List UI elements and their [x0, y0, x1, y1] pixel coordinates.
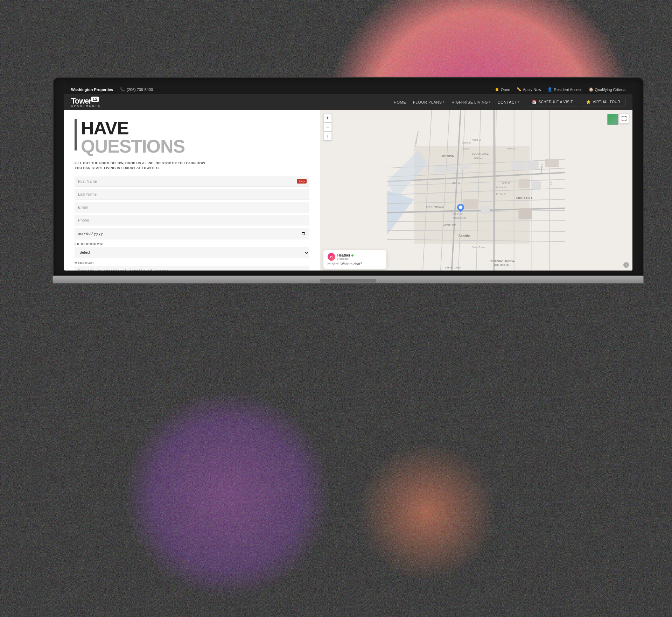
svg-rect-53	[518, 179, 530, 188]
screen-content: Washington Properties 📞 (206) 709-5400 O…	[64, 85, 632, 271]
message-textarea[interactable]	[75, 266, 309, 271]
status-dot	[496, 88, 498, 91]
svg-rect-57	[481, 206, 489, 214]
chat-agent-name: Heather	[337, 253, 354, 257]
chat-online-dot	[351, 254, 354, 257]
svg-text:INTERNATIONAL: INTERNATIONAL	[490, 259, 515, 262]
email-group	[75, 202, 309, 212]
bg-blob-purple	[122, 390, 332, 600]
apply-now-link[interactable]: ✏️ Apply Now	[517, 87, 541, 92]
svg-rect-49	[461, 164, 469, 169]
resident-icon: 👤	[547, 87, 552, 92]
svg-text:Market Area: Market Area	[453, 217, 466, 219]
star-icon: ⭐	[586, 100, 591, 104]
chat-widget[interactable]: H Heather Resident re here. Want to chat…	[323, 250, 386, 269]
chat-header: H Heather Resident	[328, 253, 382, 261]
phone-wrapper: 📞 (206) 709-5400	[120, 87, 153, 92]
svg-text:E J...: E J...	[549, 182, 552, 187]
heading-have: HAVE	[81, 119, 185, 137]
svg-text:E Pine St: E Pine St	[496, 186, 506, 189]
phone-number: (206) 709-5400	[127, 87, 153, 92]
message-group: MESSAGE:	[75, 261, 309, 271]
svg-text:WESTLGE: WESTLGE	[443, 224, 456, 227]
bedroom-label: ED BEDROOMS:	[75, 242, 309, 246]
chat-info: Heather Resident	[337, 253, 354, 260]
map-zoom-out-button[interactable]: −	[323, 123, 332, 131]
svg-rect-47	[434, 166, 445, 173]
resident-access-link[interactable]: 👤 Resident Access	[547, 87, 582, 92]
virtual-tour-button[interactable]: ⭐ VIRTUAL TOUR	[581, 98, 625, 106]
svg-text:Ward St: Ward St	[462, 141, 471, 144]
heading-questions: QUESTIONS	[81, 137, 185, 155]
svg-text:John St: John St	[451, 182, 460, 184]
svg-text:SOUTH LAKE: SOUTH LAKE	[472, 152, 489, 155]
nav-high-rise[interactable]: HIGH-RISE LIVING ▾	[451, 100, 490, 104]
nav-contact[interactable]: CONTACT ▾	[498, 100, 520, 104]
svg-rect-2	[414, 146, 530, 244]
contact-chevron: ▾	[518, 100, 520, 104]
phone-input[interactable]	[75, 215, 309, 225]
svg-text:Roy St: Roy St	[463, 147, 470, 150]
email-input[interactable]	[75, 202, 309, 212]
floor-plans-chevron: ▾	[443, 100, 445, 104]
svg-rect-55	[518, 208, 532, 219]
open-status: Open	[496, 87, 510, 92]
first-name-group: REQ	[75, 176, 309, 187]
map-compass-button[interactable]: ↑	[323, 132, 332, 140]
svg-text:Smith Tower: Smith Tower	[472, 246, 485, 248]
map-fullscreen-button[interactable]	[619, 114, 629, 124]
chat-agent-role: Resident	[337, 257, 354, 260]
svg-text:John St: John St	[502, 182, 510, 184]
bedroom-group: ED BEDROOMS: Select Studio 1 Bedroom 2 B…	[75, 242, 309, 258]
high-rise-chevron: ▾	[489, 100, 491, 104]
svg-rect-52	[545, 159, 559, 167]
svg-text:BELLTOWN: BELLTOWN	[426, 205, 444, 209]
logo-number: 12	[91, 97, 98, 102]
required-badge: REQ	[297, 179, 306, 184]
map-thumbnail	[607, 114, 618, 125]
svg-text:UPTOWN: UPTOWN	[441, 154, 454, 158]
top-bar: Washington Properties 📞 (206) 709-5400 O…	[64, 85, 632, 94]
page-heading: HAVE QUESTIONS	[75, 119, 309, 155]
laptop-hinge	[320, 279, 376, 283]
last-name-input[interactable]	[75, 189, 309, 199]
subheading: FILL OUT THE FORM BELOW, DROP US A LINE,…	[75, 161, 309, 171]
date-input[interactable]	[75, 228, 309, 239]
contact-form: REQ	[75, 176, 309, 271]
svg-rect-48	[447, 166, 456, 173]
laptop-screen-bezel: Washington Properties 📞 (206) 709-5400 O…	[52, 77, 644, 276]
phone-group	[75, 215, 309, 225]
bedroom-select[interactable]: Select Studio 1 Bedroom 2 Bedrooms 3 Bed…	[75, 247, 309, 258]
svg-text:Alpha St: Alpha St	[472, 139, 481, 141]
svg-rect-51	[527, 161, 539, 169]
top-bar-right: Open ✏️ Apply Now 👤 Resident Access 🏠 Qu…	[496, 87, 625, 92]
svg-text:CHINATOWN: CHINATOWN	[445, 266, 461, 269]
map-info-button[interactable]: i	[623, 262, 629, 268]
svg-text:Pike Place: Pike Place	[451, 213, 463, 215]
svg-rect-56	[463, 199, 478, 209]
svg-rect-50	[512, 161, 525, 170]
laptop-base	[52, 276, 644, 283]
navbar: Tower 12 APARTMENTS HOME FLOOR PLANS ▾	[64, 94, 632, 110]
apply-icon: ✏️	[517, 87, 522, 92]
logo-subtitle: APARTMENTS	[71, 104, 101, 107]
nav-floor-plans[interactable]: FLOOR PLANS ▾	[413, 100, 444, 104]
svg-text:E Thomas: E Thomas	[540, 164, 543, 174]
svg-text:FIRST HILL: FIRST HILL	[516, 196, 533, 200]
contact-panel: HAVE QUESTIONS FILL OUT THE FORM BELOW, …	[64, 110, 320, 271]
criteria-icon: 🏠	[589, 87, 594, 92]
logo: Tower 12 APARTMENTS	[71, 97, 101, 107]
svg-text:UNION: UNION	[474, 157, 483, 160]
nav-links: HOME FLOOR PLANS ▾ HIGH-RISE LIVING ▾ CO…	[394, 100, 520, 104]
svg-text:Roy St: Roy St	[507, 147, 514, 150]
calendar-icon: 📅	[532, 100, 537, 104]
map-zoom-in-button[interactable]: +	[323, 114, 332, 122]
nav-home[interactable]: HOME	[394, 100, 406, 104]
svg-rect-54	[532, 182, 540, 190]
phone-icon: 📞	[120, 87, 125, 92]
date-group	[75, 228, 309, 239]
qualifying-criteria-link[interactable]: 🏠 Qualifying Criteria	[589, 87, 625, 92]
first-name-input[interactable]	[75, 176, 309, 187]
schedule-visit-button[interactable]: 📅 SCHEDULE A VISIT	[527, 98, 578, 106]
map-panel: UPTOWN SOUTH LAKE UNION BELLTOWN FIRST H…	[320, 110, 632, 271]
